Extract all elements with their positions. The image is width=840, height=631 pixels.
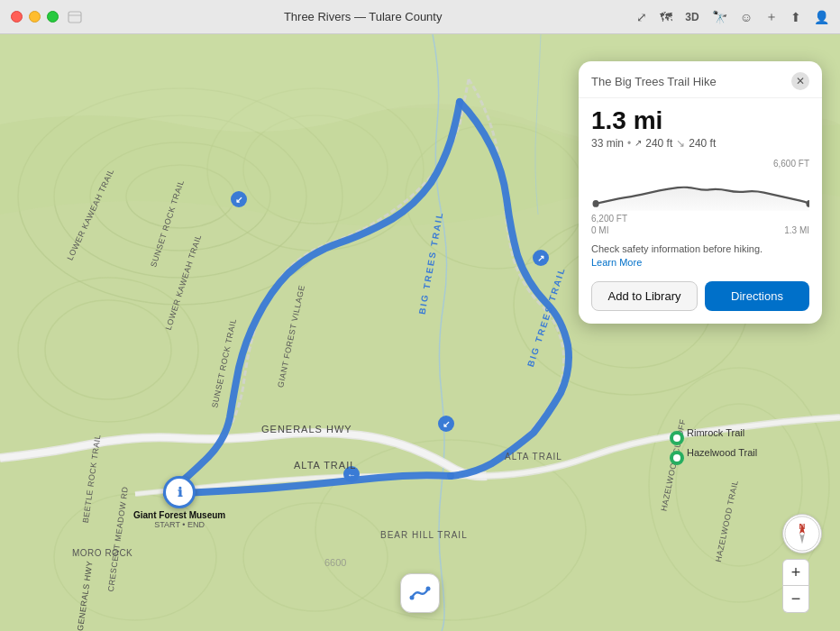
marker-label: Giant Forest Museum bbox=[133, 510, 225, 520]
card-header: The Big Trees Trail Hike ✕ bbox=[579, 61, 822, 98]
binoculars-toolbar-icon[interactable]: 🔭 bbox=[712, 10, 727, 24]
add-to-library-button[interactable]: Add to Library bbox=[591, 281, 698, 311]
directions-toolbar-icon[interactable]: ⤢ bbox=[636, 10, 647, 24]
trail-stats: 33 min • ↗ 240 ft ↘ 240 ft bbox=[591, 137, 809, 150]
elev-gain-icon: ↗ bbox=[635, 138, 642, 148]
hazelwood-trail-poi[interactable] bbox=[670, 451, 684, 465]
zoom-in-button[interactable]: + bbox=[782, 559, 809, 586]
svg-point-28 bbox=[593, 200, 599, 207]
share-toolbar-icon[interactable]: ⬆ bbox=[790, 10, 801, 24]
svg-text:↗: ↗ bbox=[537, 253, 544, 263]
window-icon bbox=[68, 10, 82, 24]
route-track-button[interactable] bbox=[400, 573, 440, 613]
minimize-button[interactable] bbox=[29, 11, 41, 23]
titlebar: Three Rivers — Tulare County ⤢ 🗺 3D 🔭 ☺ … bbox=[0, 0, 840, 34]
elev-low-label: 6,200 FT bbox=[591, 214, 627, 224]
window-title: Three Rivers — Tulare County bbox=[89, 10, 636, 23]
compass-button[interactable]: N bbox=[782, 514, 822, 553]
elevation-svg bbox=[591, 169, 809, 214]
chart-axis: 0 MI 1.3 MI bbox=[591, 225, 809, 235]
svg-point-30 bbox=[410, 596, 415, 600]
trail-elev-gain: 240 ft bbox=[645, 137, 672, 150]
svg-text:↙: ↙ bbox=[443, 419, 450, 429]
3d-toolbar-label[interactable]: 3D bbox=[685, 11, 698, 23]
marker-sub: START • END bbox=[154, 520, 205, 529]
rimrock-trail-poi[interactable] bbox=[670, 431, 684, 445]
svg-text:↙: ↙ bbox=[235, 195, 242, 205]
chart-end: 1.3 MI bbox=[784, 225, 809, 235]
elevation-chart: 6,600 FT bbox=[591, 159, 809, 235]
zoom-controls: + − bbox=[782, 559, 822, 613]
info-card: The Big Trees Trail Hike ✕ 1.3 mi 33 min… bbox=[579, 61, 822, 324]
directions-button[interactable]: Directions bbox=[705, 281, 809, 311]
map-view[interactable]: ↙ ↗ ↙ ← 6600 LOWER KAWEAH TRAIL SUNSET R… bbox=[0, 34, 840, 631]
svg-text:←: ← bbox=[347, 470, 356, 480]
svg-point-31 bbox=[426, 587, 431, 591]
zoom-out-button[interactable]: − bbox=[782, 586, 809, 613]
map-controls: N + − bbox=[782, 514, 822, 613]
sep1: • bbox=[627, 137, 631, 150]
chart-wrapper bbox=[591, 169, 809, 214]
toolbar-controls: ⤢ 🗺 3D 🔭 ☺ ＋ ⬆ 👤 bbox=[636, 9, 829, 25]
start-end-marker[interactable]: ℹ Giant Forest Museum START • END bbox=[133, 476, 225, 529]
marker-circle: ℹ bbox=[163, 476, 196, 508]
account-toolbar-icon[interactable]: 👤 bbox=[814, 10, 829, 24]
card-title: The Big Trees Trail Hike bbox=[591, 75, 717, 88]
add-toolbar-icon[interactable]: ＋ bbox=[765, 9, 778, 25]
elev-high-label: 6,600 FT bbox=[773, 159, 809, 169]
svg-text:6600: 6600 bbox=[324, 557, 346, 568]
card-actions: Add to Library Directions bbox=[591, 281, 809, 311]
sep2: ↘ bbox=[676, 137, 685, 150]
map-toolbar-icon[interactable]: 🗺 bbox=[660, 10, 672, 24]
safety-note: Check safety information before hiking. … bbox=[591, 242, 809, 270]
card-body: 1.3 mi 33 min • ↗ 240 ft ↘ 240 ft 6,600 … bbox=[579, 98, 822, 324]
face-toolbar-icon[interactable]: ☺ bbox=[740, 10, 753, 24]
traffic-lights bbox=[11, 11, 59, 23]
trail-distance: 1.3 mi bbox=[591, 107, 809, 135]
trail-elev-loss: 240 ft bbox=[689, 137, 716, 150]
maximize-button[interactable] bbox=[47, 11, 59, 23]
learn-more-link[interactable]: Learn More bbox=[591, 257, 642, 268]
svg-rect-0 bbox=[68, 12, 81, 23]
close-button[interactable] bbox=[11, 11, 23, 23]
trail-time: 33 min bbox=[591, 137, 624, 150]
chart-start: 0 MI bbox=[591, 225, 608, 235]
close-card-button[interactable]: ✕ bbox=[791, 72, 809, 90]
